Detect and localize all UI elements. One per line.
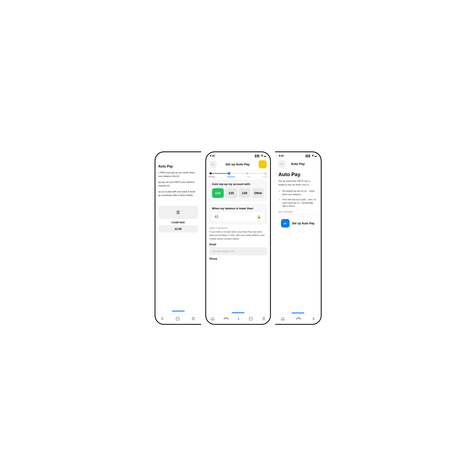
infinity-icon: ∞ [284, 221, 287, 226]
home-indicator-center [232, 312, 244, 313]
nav-title-right: Auto Pay [291, 162, 305, 166]
nav-nodes-right[interactable] [296, 317, 301, 320]
phone-center: 9:41 ▌▌▌ ⇈ ▬ ← Set up Auto Pay ⚡ [205, 152, 271, 325]
bottom-nav-center: £ ? ☰ [206, 314, 270, 324]
step-line-1 [212, 173, 228, 174]
topup-card: Auto top-up my account with: £10 £20 £30… [209, 180, 267, 201]
topup-card-title: Auto top-up my account with: [212, 183, 264, 186]
svg-point-3 [226, 317, 227, 318]
nav-help-center[interactable]: ? [249, 317, 253, 321]
nav-home-center[interactable] [211, 317, 214, 321]
wifi-icon: ⇈ [261, 154, 263, 157]
right-description: Set up automatic PAYG top-u... forget to… [278, 179, 317, 187]
action-icon-center: ⚡ [260, 162, 265, 167]
amount-btn-10[interactable]: £10 [212, 188, 224, 198]
svg-point-11 [300, 318, 301, 319]
wifi-icon-right: ⇈ [312, 154, 314, 157]
left-description-2: op-ups for your PAYG your balance reache… [158, 180, 198, 188]
balance-value: £2 [215, 215, 219, 218]
left-description-3: op-up is paid with your bank ll never go… [158, 190, 198, 197]
check-text-2: Your auto top-up is paid... card, so you… [282, 198, 317, 208]
battery-icon: ▬ [264, 154, 266, 157]
status-icons-right: ▌▌▌ ⇈ ▬ [306, 154, 317, 157]
receipt-text: If you'd like a receipt when your Auto P… [209, 230, 267, 241]
delete-area: 🗑 [158, 206, 198, 219]
phone-right: 9:41 ▌▌▌ ⇈ ▬ ← Auto Pay Auto Pay Set up … [275, 152, 322, 325]
nav-bar-right: ← Auto Pay [275, 159, 321, 170]
nav-account-right[interactable]: £ [313, 317, 315, 321]
bottom-nav-right: £ [275, 314, 321, 324]
svg-point-10 [298, 317, 299, 319]
svg-text:?: ? [177, 318, 178, 320]
signal-icon: ▌▌▌ [255, 154, 260, 157]
svg-text:?: ? [250, 318, 252, 320]
status-bar-right: 9:41 ▌▌▌ ⇈ ▬ [275, 152, 321, 159]
amount-btn-30[interactable]: £30 [239, 188, 251, 198]
svg-point-9 [296, 318, 298, 319]
setup-auto-pay-btn[interactable]: ∞ Set up Auto Pay [278, 217, 317, 230]
delete-icon: 🗑 [176, 210, 181, 215]
phone-left: Auto Pay c PAYG top-ups so you never whe… [154, 152, 201, 325]
balance-card-title: When my balance is lower than: [212, 207, 264, 210]
receipt-heading: NEED A RECEIPT? [209, 227, 267, 229]
lock-icon: 🔒 [257, 215, 261, 219]
svg-point-4 [227, 318, 228, 319]
svg-point-2 [224, 318, 225, 319]
nav-menu-center[interactable]: ☰ [262, 316, 265, 321]
battery-icon-right: ▬ [315, 154, 317, 157]
step-dot-done [265, 172, 267, 174]
email-label: Email [209, 243, 267, 246]
check-text-1: Set repeat top-ups for yo... meter when … [282, 189, 317, 196]
left-description-1: c PAYG top-ups so you never when your ba… [158, 171, 198, 178]
nav-pound-left[interactable]: £ [161, 316, 163, 321]
step-dot-energy [210, 172, 212, 174]
step-label-done: Done [263, 175, 268, 178]
nav-question-left[interactable]: ? [176, 317, 180, 321]
email-placeholder: sam@example.com [212, 250, 235, 253]
nav-nodes-center[interactable] [224, 317, 228, 320]
back-button-right[interactable]: ← [278, 160, 286, 168]
setup-btn-icon: ∞ [281, 219, 289, 228]
home-indicator-right [292, 313, 304, 313]
credit-label: Credit limit [158, 221, 198, 224]
step-label-pay: Pay [247, 175, 250, 178]
amount-btn-20[interactable]: £20 [225, 188, 237, 198]
email-input[interactable]: sam@example.com [209, 247, 267, 255]
check-icon-2: ✓ [278, 198, 281, 201]
phone-label: Phone [209, 257, 267, 260]
back-icon-center: ← [211, 162, 215, 166]
get-started-label: GET STARTED [278, 211, 317, 213]
nav-home-right[interactable] [281, 317, 285, 321]
credit-value: £2.00 [158, 225, 198, 233]
signal-icon-right: ▌▌▌ [306, 154, 311, 157]
step-line-2 [230, 173, 246, 174]
amount-btn-other[interactable]: Other [252, 188, 264, 198]
step-line-3 [248, 173, 265, 174]
svg-line-6 [227, 318, 227, 319]
nav-bar-center: ← Set up Auto Pay ⚡ [206, 159, 270, 170]
status-bar-center: 9:41 ▌▌▌ ⇈ ▬ [206, 152, 270, 159]
back-button-center[interactable]: ← [210, 161, 217, 168]
step-dot-amount [228, 172, 230, 175]
back-icon-right: ← [280, 162, 284, 166]
setup-btn-label: Set up Auto Pay [292, 221, 315, 225]
right-main-title: Auto Pay [278, 172, 317, 177]
check-item-1: ✓ Set repeat top-ups for yo... meter whe… [278, 189, 317, 196]
balance-card: When my balance is lower than: £2 🔒 [209, 204, 267, 224]
amount-buttons: £10 £20 £30 Other [212, 188, 264, 198]
check-item-2: ✓ Your auto top-up is paid... card, so y… [278, 198, 317, 208]
time-center: 9:41 [210, 154, 215, 157]
step-label-energy: Energy [209, 175, 215, 178]
nav-menu-left[interactable]: ☰ [192, 316, 195, 321]
nav-account-center[interactable]: £ [238, 317, 239, 321]
step-label-amount: Amount [227, 175, 235, 178]
step-dot-pay [246, 172, 248, 174]
receipt-section: NEED A RECEIPT? If you'd like a receipt … [209, 227, 267, 260]
svg-line-5 [225, 318, 226, 319]
svg-line-12 [298, 318, 298, 319]
time-right: 9:41 [279, 154, 284, 157]
scene: Auto Pay c PAYG top-ups so you never whe… [143, 143, 333, 333]
action-btn-center[interactable]: ⚡ [259, 160, 267, 168]
bottom-nav-left: £ ? ☰ [155, 314, 201, 324]
nav-title-center: Set up Auto Pay [225, 162, 250, 166]
